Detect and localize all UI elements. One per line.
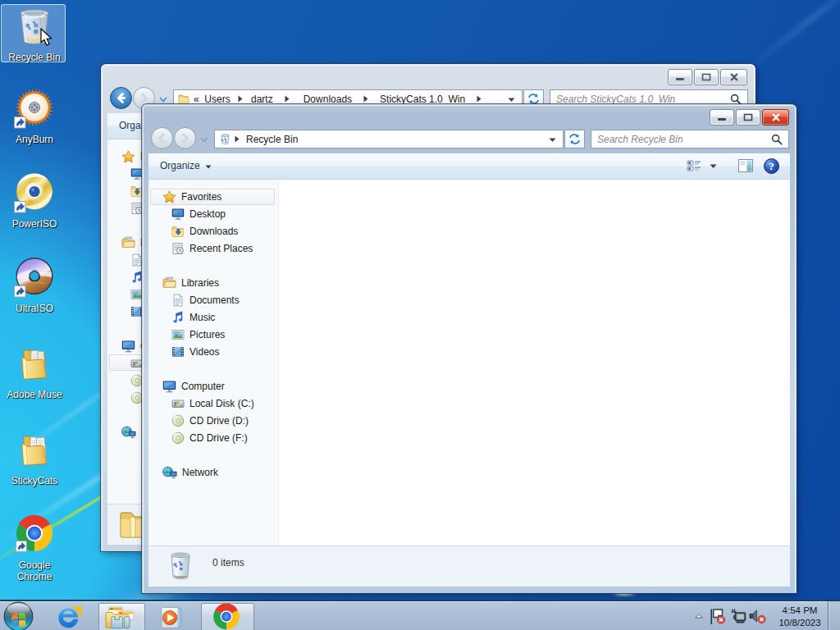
svg-text:?: ? xyxy=(769,160,774,172)
